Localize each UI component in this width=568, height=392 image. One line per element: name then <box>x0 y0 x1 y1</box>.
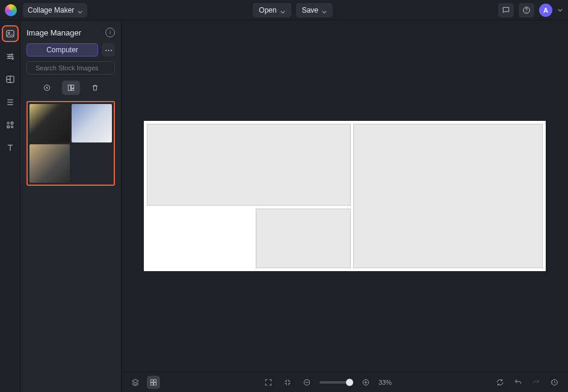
undo-icon <box>514 378 522 387</box>
minus-circle-icon <box>303 378 311 387</box>
open-button[interactable]: Open <box>253 3 291 17</box>
collage-canvas[interactable] <box>144 121 546 271</box>
collage-cell[interactable] <box>147 209 253 268</box>
svg-point-11 <box>11 126 13 127</box>
open-button-label: Open <box>259 6 276 14</box>
text-icon <box>5 143 15 153</box>
left-rail <box>0 20 20 392</box>
svg-rect-18 <box>154 379 156 382</box>
canvas-area: 33% <box>122 20 568 392</box>
deselect-button[interactable] <box>38 81 56 95</box>
app-logo <box>5 4 17 16</box>
stock-search-input[interactable] <box>34 64 120 72</box>
cancel-circle-icon <box>43 84 51 92</box>
svg-point-6 <box>11 58 13 60</box>
top-center: Open Save <box>87 3 498 17</box>
canvas-stage[interactable] <box>122 20 568 372</box>
chat-icon <box>502 6 510 14</box>
panel-header: Image Manager i <box>26 28 115 37</box>
main-area: Image Manager i Computer ⋯ <box>0 20 568 392</box>
comments-button[interactable] <box>498 3 514 17</box>
zoom-out-button[interactable] <box>300 376 313 389</box>
columns-icon <box>67 84 75 92</box>
upload-row: Computer ⋯ <box>26 43 115 57</box>
svg-rect-20 <box>154 382 156 385</box>
compare-button[interactable] <box>493 376 507 389</box>
chevron-down-icon <box>280 8 285 13</box>
svg-rect-15 <box>71 85 73 88</box>
grid-icon <box>5 120 15 130</box>
chevron-down-icon <box>558 8 563 13</box>
svg-rect-19 <box>150 382 153 385</box>
collage-cell[interactable] <box>256 209 351 268</box>
history-icon <box>550 378 558 387</box>
zoom-in-button[interactable] <box>359 376 372 389</box>
user-menu-caret[interactable] <box>557 8 563 13</box>
layers-toggle[interactable] <box>129 376 142 389</box>
help-button[interactable] <box>519 3 534 17</box>
rail-adjust[interactable] <box>3 49 17 64</box>
thumbnail-item[interactable] <box>29 104 70 142</box>
list-icon <box>5 97 15 107</box>
collage-cell[interactable] <box>353 124 543 268</box>
avatar-initial: A <box>543 7 548 14</box>
panel-actions <box>26 81 115 95</box>
svg-point-1 <box>526 11 526 12</box>
fullscreen-button[interactable] <box>262 376 275 389</box>
chevron-down-icon <box>322 8 327 13</box>
plus-circle-icon <box>362 378 370 387</box>
undo-button[interactable] <box>511 376 525 389</box>
rail-text[interactable] <box>3 141 17 155</box>
svg-point-4 <box>11 54 13 55</box>
bottom-left <box>129 376 160 389</box>
trash-icon <box>91 84 99 92</box>
svg-point-5 <box>8 56 10 58</box>
delete-button[interactable] <box>86 81 104 95</box>
svg-rect-2 <box>7 31 14 37</box>
rail-elements[interactable] <box>3 118 17 132</box>
image-manager-panel: Image Manager i Computer ⋯ <box>20 20 122 392</box>
save-button[interactable]: Save <box>296 3 333 17</box>
zoom-slider-knob[interactable] <box>346 379 353 386</box>
rail-layers[interactable] <box>3 95 17 109</box>
collapse-icon <box>283 378 292 387</box>
rail-layouts[interactable] <box>3 72 17 87</box>
thumbnail-group <box>26 101 115 186</box>
redo-button[interactable] <box>529 376 543 389</box>
thumbnail-grid <box>29 104 112 183</box>
svg-point-3 <box>8 32 10 34</box>
panel-info-button[interactable]: i <box>105 28 115 37</box>
sliders-icon <box>5 52 15 61</box>
thumbnail-item[interactable] <box>72 104 112 142</box>
layout-icon <box>5 75 15 84</box>
refresh-icon <box>496 378 504 387</box>
stock-search[interactable] <box>26 61 115 75</box>
thumbnail-item[interactable] <box>29 144 70 183</box>
zoom-percent: 33% <box>378 379 392 386</box>
upload-computer-label: Computer <box>46 46 78 54</box>
svg-rect-14 <box>68 85 70 90</box>
svg-rect-9 <box>11 122 13 124</box>
help-icon <box>522 6 531 14</box>
history-button[interactable] <box>548 376 561 389</box>
bottom-right <box>493 376 561 389</box>
grid-icon <box>149 378 158 387</box>
save-button-label: Save <box>302 6 318 14</box>
upload-more-button[interactable]: ⋯ <box>102 43 115 57</box>
bottom-center: 33% <box>166 376 487 389</box>
svg-rect-10 <box>7 126 9 127</box>
top-bar: Collage Maker Open Save A <box>0 0 568 20</box>
upload-computer-button[interactable]: Computer <box>26 43 98 57</box>
user-avatar[interactable]: A <box>539 4 552 17</box>
tool-selector[interactable]: Collage Maker <box>23 3 87 17</box>
expand-icon <box>264 378 273 387</box>
image-icon <box>5 29 15 38</box>
collage-cell[interactable] <box>147 124 351 206</box>
rail-image-manager[interactable] <box>3 26 17 41</box>
zoom-slider[interactable] <box>320 381 353 384</box>
fit-button[interactable] <box>281 376 294 389</box>
grid-toggle[interactable] <box>147 376 160 389</box>
top-right: A <box>498 3 563 17</box>
autofill-button[interactable] <box>62 81 80 95</box>
svg-point-8 <box>7 122 9 124</box>
